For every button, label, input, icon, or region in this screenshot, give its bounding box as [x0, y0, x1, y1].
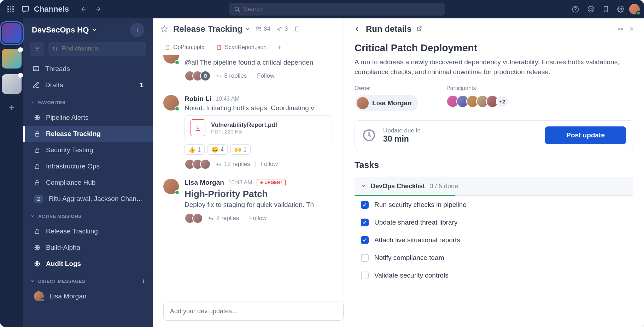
- task-item[interactable]: Notify compliance team: [355, 249, 633, 267]
- follow-link[interactable]: Follow: [249, 215, 267, 222]
- message-title: High-Priority Patch: [185, 189, 333, 200]
- channels-link[interactable]: Channels: [21, 5, 69, 14]
- add-dm-button[interactable]: +: [142, 278, 146, 285]
- channel-label: Release Tracking: [46, 130, 101, 138]
- sidebar-item-audit-logs[interactable]: Audit Logs: [23, 256, 153, 272]
- reply-avatars[interactable]: ⚙: [185, 71, 211, 81]
- reply-avatars[interactable]: [185, 159, 211, 170]
- globe-icon: [34, 114, 40, 121]
- task-checkbox[interactable]: [361, 254, 369, 262]
- external-link-icon[interactable]: [416, 26, 422, 32]
- dm-avatar: [34, 291, 44, 301]
- find-channels-box[interactable]: [48, 42, 146, 56]
- user-avatar[interactable]: [629, 4, 640, 14]
- forward-button[interactable]: [92, 3, 104, 16]
- settings-icon[interactable]: [614, 3, 627, 16]
- message-avatar[interactable]: [163, 95, 179, 111]
- task-checkbox[interactable]: [361, 219, 369, 226]
- reaction[interactable]: 👍1: [185, 144, 205, 155]
- message-time: 10:43 AM: [216, 96, 240, 102]
- reaction[interactable]: 😀4: [207, 144, 228, 155]
- follow-link[interactable]: Follow: [260, 161, 278, 168]
- svg-point-13: [53, 47, 57, 50]
- workspace-tile-1[interactable]: [2, 23, 22, 43]
- run-description: A run to address a newly discovered depe…: [355, 57, 633, 77]
- attachment[interactable]: VulnerabilityReport.pdfPDF: 220 KB: [185, 115, 333, 140]
- threads-label: Threads: [45, 65, 70, 73]
- find-channels-input[interactable]: [62, 45, 142, 52]
- task-item[interactable]: Run security checks in pipeline: [355, 196, 633, 214]
- tab-label: OpPlan.pptx: [173, 44, 204, 50]
- close-icon[interactable]: [628, 26, 635, 32]
- owner-chip[interactable]: Lisa Morgan: [355, 95, 418, 111]
- dm-item[interactable]: Lisa Morgan: [23, 288, 153, 304]
- svg-rect-19: [35, 182, 39, 185]
- composer-input[interactable]: [170, 308, 337, 315]
- sidebar-item-ritu-aggrawal-jackson-chan-[interactable]: 2Ritu Aggrawal, Jackson Chan...: [23, 191, 153, 207]
- task-checkbox[interactable]: [361, 272, 369, 279]
- status-online-icon: [41, 298, 45, 302]
- reaction[interactable]: 🙌1: [230, 144, 251, 155]
- task-item[interactable]: Attach live situational reports: [355, 231, 633, 249]
- section-dms[interactable]: DIRECT MESSAGES +: [23, 274, 153, 288]
- replies-link[interactable]: 2 replies: [208, 215, 239, 222]
- sidebar-item-release-tracking[interactable]: Release Tracking: [23, 126, 153, 142]
- task-checkbox[interactable]: [361, 236, 369, 244]
- sidebar-item-release-tracking[interactable]: Release Tracking: [23, 223, 153, 239]
- reply-icon: [216, 161, 221, 167]
- tab-scanreport-json[interactable]: ScanReport.json: [212, 42, 271, 53]
- replies-link[interactable]: 12 replies: [216, 161, 250, 168]
- replies-link[interactable]: 3 replies: [216, 72, 247, 79]
- mentions-icon[interactable]: [585, 3, 597, 16]
- message-avatar[interactable]: [163, 179, 179, 194]
- channel-title[interactable]: Release Tracking: [173, 24, 250, 34]
- back-button[interactable]: [353, 25, 361, 33]
- members-count[interactable]: 84: [255, 25, 270, 32]
- workspace-tile-2[interactable]: [2, 49, 22, 69]
- post-update-button[interactable]: Post update: [545, 126, 626, 144]
- workspace-tile-3[interactable]: [2, 74, 22, 94]
- apps-grid-icon[interactable]: [4, 3, 17, 16]
- reply-avatars[interactable]: [185, 213, 203, 224]
- sidebar-item-infrastructure-ops[interactable]: Infrastructure Ops: [23, 158, 153, 174]
- message-author[interactable]: Lisa Morgan: [185, 179, 224, 186]
- sidebar-item-security-testing[interactable]: Security Testing: [23, 142, 153, 158]
- task-checkbox[interactable]: [361, 201, 369, 209]
- svg-rect-14: [33, 66, 39, 71]
- participants-more[interactable]: +2: [496, 95, 509, 108]
- add-workspace-button[interactable]: +: [4, 100, 19, 115]
- sidebar-item-compliance-hub[interactable]: Compliance Hub: [23, 174, 153, 191]
- threads-link[interactable]: Threads: [23, 61, 153, 77]
- back-button[interactable]: [77, 3, 90, 16]
- checklist-header[interactable]: DevOps Checklist 3 / 5 done: [355, 177, 633, 195]
- section-favorites[interactable]: FAVORITES: [23, 95, 153, 109]
- drafts-link[interactable]: Drafts 1: [23, 77, 153, 93]
- workspace-switcher[interactable]: DevSecOps HQ: [32, 25, 97, 35]
- search-input[interactable]: [244, 6, 440, 13]
- star-icon[interactable]: [160, 25, 168, 33]
- participants[interactable]: +2: [446, 95, 509, 108]
- reply-avatar: [192, 213, 203, 224]
- message-author[interactable]: Robin Li: [185, 95, 211, 103]
- help-icon[interactable]: [569, 3, 582, 16]
- svg-point-24: [259, 28, 261, 29]
- pinned-count[interactable]: 3: [277, 25, 288, 32]
- collapse-icon[interactable]: [617, 26, 623, 32]
- task-item[interactable]: Update shared threat library: [355, 214, 633, 231]
- add-tab-button[interactable]: +: [274, 42, 284, 52]
- svg-rect-7: [10, 11, 11, 12]
- composer[interactable]: [163, 302, 344, 321]
- tab-opplan-pptx[interactable]: OpPlan.pptx: [160, 42, 209, 53]
- saved-icon[interactable]: [599, 3, 612, 16]
- section-missions[interactable]: ACTIVE MISSIONS: [23, 209, 153, 223]
- follow-link[interactable]: Follow: [257, 72, 274, 79]
- sidebar-item-pipeline-alerts[interactable]: Pipeline Alerts: [23, 109, 153, 126]
- globe-icon: [34, 244, 40, 251]
- sidebar-item-build-alpha[interactable]: Build-Alpha: [23, 239, 153, 256]
- filter-button[interactable]: [30, 42, 45, 56]
- compose-button[interactable]: +: [130, 23, 144, 37]
- task-item[interactable]: Validate security controls: [355, 267, 633, 284]
- files-icon[interactable]: [294, 26, 300, 32]
- message-text: Noted. Initiating hotfix steps. Coordina…: [185, 104, 333, 112]
- search-box[interactable]: [229, 3, 445, 16]
